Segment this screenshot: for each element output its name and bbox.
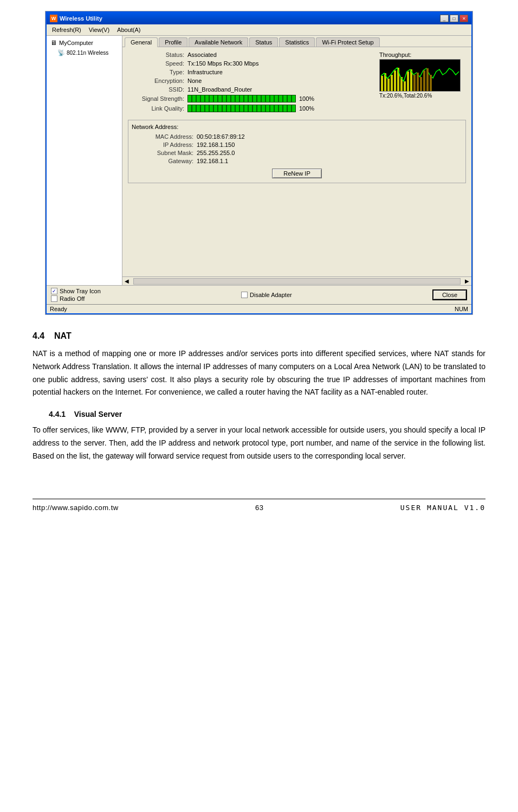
row-mac: MAC Address: 00:50:18:67:89:12: [132, 133, 462, 140]
value-status: Associated: [187, 51, 368, 58]
tab-status[interactable]: Status: [249, 37, 278, 47]
computer-label: MyComputer: [59, 40, 93, 46]
tab-wifi-protect[interactable]: Wi-Fi Protect Setup: [316, 37, 379, 47]
disable-adapter-checkbox[interactable]: [241, 292, 248, 298]
svg-rect-11: [413, 75, 416, 91]
status-grid: Status: Associated Speed: Tx:150 Mbps Rx…: [128, 51, 466, 114]
signal-pct: 100%: [299, 95, 314, 102]
row-show-tray: ✓ Show Tray Icon: [51, 288, 101, 294]
throughput-title: Throughput:: [379, 51, 466, 58]
maximize-button[interactable]: □: [450, 15, 458, 22]
label-status: Status:: [128, 51, 187, 58]
checkboxes-left: ✓ Show Tray Icon Radio Off: [51, 288, 101, 302]
menu-bar: Refresh(R) View(V) About(A): [47, 24, 471, 36]
close-button[interactable]: Close: [432, 289, 467, 300]
svg-rect-15: [426, 68, 429, 91]
signal-bar: 100%: [187, 95, 314, 102]
link-track: [187, 105, 296, 112]
value-mac: 00:50:18:67:89:12: [197, 133, 462, 140]
row-signal: Signal Strength: 100%: [128, 95, 368, 102]
dialog-title: Wireless Utility: [60, 15, 102, 22]
row-type: Type: Infrastructure: [128, 69, 368, 75]
title-bar-buttons: _ □ ✕: [440, 15, 468, 22]
disable-adapter-label: Disable Adapter: [250, 292, 292, 298]
network-address-section: Network Address: MAC Address: 00:50:18:6…: [128, 120, 466, 183]
label-signal: Signal Strength:: [128, 95, 187, 102]
value-speed: Tx:150 Mbps Rx:300 Mbps: [187, 60, 368, 67]
label-link: Link Quality:: [128, 105, 187, 112]
bottom-bar: ✓ Show Tray Icon Radio Off Disable Adapt…: [47, 285, 471, 304]
tab-profile[interactable]: Profile: [159, 37, 187, 47]
value-ip: 192.168.1.150: [197, 141, 462, 148]
svg-rect-14: [423, 70, 425, 91]
window-close-button[interactable]: ✕: [459, 15, 468, 22]
label-encryption: Encryption:: [128, 78, 187, 84]
scroll-track[interactable]: [133, 278, 461, 285]
subsection-heading: 4.4.1 Visual Server: [33, 410, 485, 418]
tree-mycomputer: 🖥 MyComputer: [49, 38, 120, 48]
label-speed: Speed:: [128, 60, 187, 67]
document-content: 4.4 NAT NAT is a method of mapping one o…: [33, 331, 485, 488]
adapter-label: 802.11n Wireless: [67, 50, 108, 56]
footer-page: 63: [255, 504, 263, 512]
link-fill: [188, 105, 295, 112]
section-number: 4.4: [33, 331, 44, 340]
dialog-body: 🖥 MyComputer 📡 802.11n Wireless General …: [47, 36, 471, 285]
subsection-title: Visual Server: [74, 410, 122, 418]
label-ssid: SSID:: [128, 86, 187, 93]
row-link: Link Quality: 100%: [128, 105, 368, 112]
menu-refresh[interactable]: Refresh(R): [49, 25, 85, 34]
throughput-graph: [379, 59, 461, 92]
link-pct: 100%: [299, 105, 314, 112]
status-num: NUM: [455, 306, 468, 312]
svg-rect-16: [430, 75, 432, 91]
label-type: Type:: [128, 69, 187, 75]
label-mac: MAC Address:: [132, 133, 197, 140]
menu-view[interactable]: View(V): [86, 25, 113, 34]
screenshot-container: W Wireless Utility _ □ ✕ Refresh(R) View…: [45, 11, 473, 315]
svg-rect-12: [417, 73, 419, 91]
row-encryption: Encryption: None: [128, 78, 368, 84]
throughput-box: Throughput:: [379, 51, 466, 114]
signal-fill: [188, 95, 295, 102]
footer-manual: USER MANUAL V1.0: [400, 504, 485, 512]
label-ip: IP Address:: [132, 141, 197, 148]
svg-rect-3: [387, 79, 390, 91]
row-gateway: Gateway: 192.168.1.1: [132, 158, 462, 164]
disable-adapter-area: Disable Adapter: [241, 292, 292, 298]
svg-rect-5: [394, 70, 396, 91]
value-subnet: 255.255.255.0: [197, 150, 462, 156]
svg-rect-13: [420, 77, 422, 91]
wifi-adapter-icon: 📡: [57, 49, 65, 56]
throughput-sublabel: Tx:20.6%,Total:20.6%: [379, 93, 466, 99]
status-ready: Ready: [50, 306, 67, 312]
wireless-utility-dialog: W Wireless Utility _ □ ✕ Refresh(R) View…: [46, 11, 472, 314]
section-body: NAT is a method of mapping one or more I…: [33, 347, 485, 399]
radio-off-label: Radio Off: [60, 295, 85, 302]
title-bar: W Wireless Utility _ □ ✕: [47, 12, 471, 24]
svg-rect-9: [407, 72, 409, 91]
tab-statistics[interactable]: Statistics: [279, 37, 315, 47]
tab-general[interactable]: General: [125, 37, 158, 47]
svg-rect-8: [404, 81, 406, 91]
scroll-left-button[interactable]: ◀: [122, 278, 131, 284]
computer-icon: 🖥: [50, 39, 57, 47]
right-panel: General Profile Available Network Status…: [122, 36, 471, 285]
show-tray-checkbox[interactable]: ✓: [51, 288, 57, 294]
menu-about[interactable]: About(A): [114, 25, 144, 34]
tabs-bar: General Profile Available Network Status…: [122, 36, 471, 47]
row-subnet: Subnet Mask: 255.255.255.0: [132, 150, 462, 156]
row-radio-off: Radio Off: [51, 295, 101, 302]
minimize-button[interactable]: _: [440, 15, 449, 22]
radio-off-checkbox[interactable]: [51, 295, 57, 302]
tab-available-network[interactable]: Available Network: [189, 37, 248, 47]
tree-adapter: 📡 802.11n Wireless: [49, 48, 120, 57]
renew-ip-button[interactable]: ReNew IP: [272, 169, 322, 178]
value-encryption: None: [187, 78, 368, 84]
section-title: NAT: [54, 331, 72, 340]
page-footer: http://www.sapido.com.tw 63 USER MANUAL …: [33, 499, 485, 512]
row-ip: IP Address: 192.168.1.150: [132, 141, 462, 148]
footer-url: http://www.sapido.com.tw: [33, 504, 119, 512]
scroll-right-button[interactable]: ▶: [463, 278, 471, 284]
row-ssid: SSID: 11N_Broadband_Router: [128, 86, 368, 93]
